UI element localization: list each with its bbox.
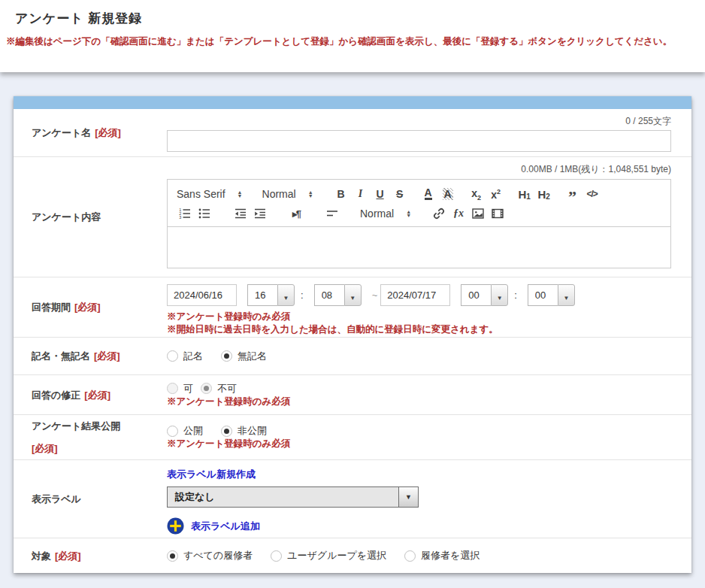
end-minute-dropdown-button[interactable]: [558, 284, 575, 306]
page-title: アンケート 新規登録: [0, 0, 705, 27]
form-header-bar: [14, 96, 691, 109]
page-warning: ※編集後はページ下の「確認画面に進む」または「テンプレートとして登録」から確認画…: [0, 27, 705, 48]
text-color-icon: A: [425, 188, 432, 200]
radio-icon[interactable]: [167, 426, 178, 437]
field-label-text: アンケート内容: [32, 210, 101, 224]
header-picker[interactable]: Normal: [262, 188, 313, 200]
add-display-label-link[interactable]: 表示ラベル追加: [167, 517, 671, 535]
radio-label: 可: [183, 382, 193, 396]
period-note-1: ※アンケート登録時のみ必須: [167, 311, 671, 323]
picker-arrows-icon: [308, 190, 313, 198]
bullet-list-icon: [198, 207, 211, 220]
radio-option-named[interactable]: 記名: [167, 350, 203, 363]
select-dropdown-button[interactable]: [398, 487, 418, 507]
radio-option-user-group[interactable]: ユーザグループを選択: [271, 549, 386, 562]
background-color-button[interactable]: A: [439, 185, 457, 203]
radio-option-select-students[interactable]: 履修者を選択: [404, 549, 480, 562]
start-minute-dropdown-button[interactable]: [344, 284, 362, 306]
end-hour-input[interactable]: [461, 284, 491, 306]
indent-button[interactable]: [251, 205, 269, 223]
time-colon: :: [514, 289, 517, 301]
radio-option-all-students[interactable]: すべての履修者: [167, 549, 253, 562]
field-label-text: 回答期間: [32, 300, 71, 314]
start-minute-input[interactable]: [314, 284, 344, 306]
start-hour-input[interactable]: [247, 284, 277, 306]
editor-content[interactable]: [167, 227, 671, 268]
blockquote-icon: ”: [568, 193, 576, 201]
radio-option-public[interactable]: 公開: [167, 424, 203, 438]
radio-checked-icon[interactable]: [221, 426, 232, 437]
superscript-button[interactable]: x2: [487, 185, 505, 203]
indent-icon: [253, 207, 267, 220]
italic-icon: I: [359, 188, 362, 200]
outdent-button[interactable]: [231, 205, 250, 223]
radio-option-not-editable[interactable]: 不可: [201, 382, 237, 396]
end-minute-input[interactable]: [528, 284, 558, 306]
bold-button[interactable]: B: [332, 185, 350, 203]
display-label-select-value: 設定なし: [168, 490, 398, 504]
ordered-list-icon: 123: [178, 207, 192, 220]
radio-icon[interactable]: [271, 550, 282, 562]
radio-checked-icon[interactable]: [167, 550, 178, 562]
underline-button[interactable]: U: [371, 185, 389, 203]
radio-icon[interactable]: [404, 550, 416, 562]
field-label-text: 回答の修正: [32, 388, 80, 402]
start-date-input[interactable]: [167, 284, 237, 306]
size-picker[interactable]: Normal: [360, 208, 411, 220]
survey-name-input[interactable]: [167, 130, 671, 152]
formula-button[interactable]: ƒx: [449, 205, 467, 223]
superscript-icon: x2: [491, 188, 501, 201]
start-hour-dropdown-button[interactable]: [277, 284, 295, 306]
strikethrough-button[interactable]: S: [391, 185, 409, 203]
radio-label: 無記名: [238, 350, 267, 363]
italic-button[interactable]: I: [352, 185, 370, 203]
end-hour-combo: [461, 284, 508, 306]
radio-option-private[interactable]: 非公開: [221, 424, 267, 438]
radio-option-anonymous[interactable]: 無記名: [221, 350, 267, 363]
required-badge: [必須]: [95, 126, 121, 140]
page-header: アンケート 新規登録 ※編集後はページ下の「確認画面に進む」または「テンプレート…: [0, 0, 705, 72]
required-badge: [必須]: [94, 349, 120, 363]
header2-button[interactable]: H2: [535, 185, 553, 203]
subscript-button[interactable]: x2: [467, 185, 486, 203]
formula-icon: ƒx: [453, 208, 464, 220]
radio-option-editable[interactable]: 可: [167, 382, 193, 396]
required-badge: [必須]: [55, 549, 81, 563]
image-button[interactable]: [469, 205, 487, 223]
display-label-select[interactable]: 設定なし: [167, 486, 419, 508]
text-direction-button[interactable]: ▸¶: [287, 205, 305, 223]
form-row-survey-content: アンケート内容 0.00MB / 1MB(残り：1,048,551 byte) …: [14, 157, 691, 277]
svg-text:3: 3: [179, 215, 181, 220]
radio-icon[interactable]: [167, 383, 178, 394]
char-counter: 0 / 255文字: [167, 109, 671, 128]
link-button[interactable]: [430, 205, 448, 223]
end-hour-dropdown-button[interactable]: [491, 284, 508, 306]
video-button[interactable]: [489, 205, 507, 223]
header1-button[interactable]: H1: [516, 185, 534, 203]
editor-toolbar-row-1: Sans Serif Normal B I U S: [175, 184, 663, 204]
header1-icon: H1: [518, 188, 530, 201]
answer-period-label: 回答期間 [必須]: [14, 277, 167, 337]
field-label-text: 記名・無記名: [32, 349, 90, 363]
create-display-label-link[interactable]: 表示ラベル新規作成: [167, 468, 256, 481]
ordered-list-button[interactable]: 123: [176, 205, 194, 223]
bullet-list-button[interactable]: [195, 205, 213, 223]
picker-arrows-icon: [238, 190, 243, 198]
radio-checked-icon[interactable]: [221, 350, 232, 362]
radio-icon[interactable]: [167, 350, 178, 362]
align-button[interactable]: [323, 205, 341, 223]
font-picker-value: Sans Serif: [177, 188, 225, 200]
end-date-input[interactable]: [380, 284, 450, 306]
editor-toolbar-row-2: 123 ▸¶: [175, 204, 663, 223]
picker-arrows-icon: [406, 210, 411, 217]
font-picker[interactable]: Sans Serif: [177, 188, 243, 200]
radio-label: 非公開: [238, 424, 267, 438]
text-color-button[interactable]: A: [419, 185, 437, 203]
radio-checked-icon[interactable]: [201, 383, 212, 394]
form-row-result-publish: アンケート結果公開 [必須] 公開 非公開 ※アンケート登録時のみ必須: [14, 415, 691, 460]
link-icon: [432, 207, 446, 220]
video-icon: [491, 207, 504, 220]
blockquote-button[interactable]: ”: [564, 185, 582, 203]
code-block-button[interactable]: </>: [583, 185, 601, 203]
start-minute-combo: [314, 284, 362, 306]
